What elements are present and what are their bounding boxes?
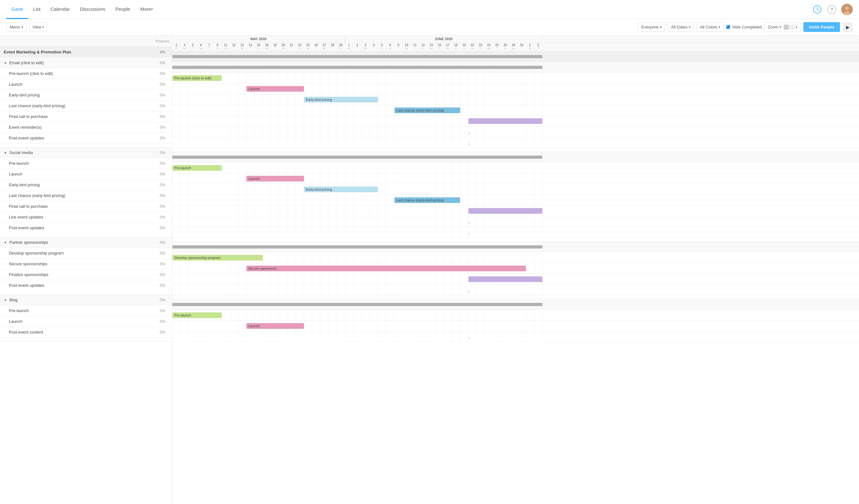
- task-row[interactable]: Final call to purchase 0%: [0, 111, 172, 122]
- gantt-cell: [468, 94, 477, 105]
- task-row[interactable]: Last chance (early-bird pricing) 0%: [0, 101, 172, 111]
- gantt-bar[interactable]: Launch: [246, 323, 304, 329]
- hide-completed-checkbox[interactable]: [726, 25, 730, 29]
- task-row[interactable]: Pre-launch 0%: [0, 305, 172, 316]
- tab-more[interactable]: More ▾: [135, 0, 158, 19]
- gantt-cell: [337, 195, 345, 205]
- gantt-bar[interactable]: Pre-launch: [172, 312, 222, 318]
- avatar[interactable]: [841, 4, 853, 15]
- task-progress: 0%: [153, 251, 172, 256]
- all-colors-button[interactable]: All Colors ▾: [696, 22, 724, 32]
- gantt-bar[interactable]: [468, 118, 542, 124]
- day-letter: T: [291, 47, 292, 50]
- gantt-row: [172, 116, 859, 126]
- gantt-bar[interactable]: Develop sponsorship program: [172, 255, 263, 261]
- gantt-cell: [337, 321, 345, 331]
- view-button[interactable]: View ▾: [29, 22, 48, 32]
- gantt-day-cell: 12T: [230, 42, 238, 51]
- gantt-cell: [362, 252, 370, 263]
- gantt-panel[interactable]: MAY 2020JUNE 20201F4M5T6W7T8F11M12T13W14…: [172, 35, 859, 504]
- gantt-cell: [172, 216, 181, 227]
- gantt-cell: [263, 310, 271, 321]
- menu-button[interactable]: Menu ▾: [6, 22, 27, 32]
- all-dates-button[interactable]: All Dates ▾: [668, 22, 694, 32]
- gantt-cell: [279, 105, 287, 116]
- clock-icon[interactable]: [812, 4, 822, 15]
- zoom-button[interactable]: Zoom ▾ ▾: [765, 22, 801, 32]
- tab-discussions[interactable]: Discussions: [75, 0, 110, 19]
- invite-people-button[interactable]: Invite People: [803, 22, 840, 32]
- gantt-cell: [353, 126, 362, 137]
- task-row[interactable]: Post-event updates 0%: [0, 133, 172, 143]
- tab-people[interactable]: People: [110, 0, 135, 19]
- hide-completed-label[interactable]: Hide Completed: [726, 25, 762, 29]
- gantt-bar[interactable]: Secure sponsorsh...: [246, 265, 526, 271]
- gantt-bar[interactable]: Launch: [246, 86, 304, 92]
- section-header[interactable]: ▼ Partner sponsorships 0%: [0, 237, 172, 248]
- gantt-cell: [230, 126, 238, 137]
- task-row[interactable]: Develop sponsorship program 0%: [0, 248, 172, 259]
- help-icon[interactable]: ?: [827, 5, 836, 14]
- gantt-cell: [534, 173, 542, 184]
- everyone-button[interactable]: Everyone ▾: [638, 22, 665, 32]
- section-header[interactable]: ▼ Blog 0%: [0, 295, 172, 305]
- task-row[interactable]: Live event updates 0%: [0, 212, 172, 223]
- gantt-cell: [197, 116, 205, 126]
- gantt-cell: [394, 94, 403, 105]
- gantt-cell: [477, 137, 485, 148]
- gantt-cell: [287, 216, 296, 227]
- gantt-cell: [329, 126, 337, 137]
- gantt-cell: [452, 205, 460, 216]
- gantt-cell: [320, 216, 329, 227]
- gantt-cell: [468, 83, 477, 94]
- gantt-cell: [181, 126, 189, 137]
- gantt-cell: [378, 126, 386, 137]
- task-name: Last chance (early-bird pricing): [0, 103, 153, 108]
- tab-gantt[interactable]: Gantt: [6, 0, 28, 19]
- task-row[interactable]: Final call to purchase 0%: [0, 201, 172, 212]
- task-progress: 0%: [153, 136, 172, 140]
- task-row[interactable]: Launch 0%: [0, 79, 172, 90]
- gantt-cell: [378, 116, 386, 126]
- tab-list[interactable]: List: [28, 0, 46, 19]
- task-row[interactable]: Secure sponsorships 0%: [0, 259, 172, 270]
- task-name: Pre-launch (click to edit): [0, 71, 153, 76]
- task-row[interactable]: Pre-launch (click to edit) 0%: [0, 68, 172, 79]
- gantt-cell: [287, 184, 296, 195]
- task-row[interactable]: Pre-launch 0%: [0, 158, 172, 169]
- task-row[interactable]: Event reminder(s) 0%: [0, 122, 172, 133]
- task-row[interactable]: Launch 0%: [0, 169, 172, 180]
- task-name: Post-event content: [0, 330, 153, 335]
- gantt-row: ›: [172, 126, 859, 137]
- gantt-bar[interactable]: Launch: [246, 176, 304, 182]
- task-name: Final call to purchase: [0, 114, 153, 119]
- gantt-bar[interactable]: [468, 208, 542, 214]
- section-header[interactable]: ▼ Social media 0%: [0, 147, 172, 158]
- gantt-bar[interactable]: Pre-launch (click to edit): [172, 75, 222, 81]
- task-row[interactable]: Post-event updates 0%: [0, 280, 172, 291]
- project-row[interactable]: Event Marketing & Promotion Plan 0%: [0, 47, 172, 58]
- gantt-cell: [189, 274, 197, 285]
- day-number: 5: [192, 43, 194, 47]
- export-icon[interactable]: ▶: [843, 22, 853, 32]
- gantt-cell: [370, 227, 378, 238]
- gantt-bar[interactable]: Last chance (early-bird pricing): [394, 107, 460, 113]
- gantt-cell: [230, 205, 238, 216]
- gantt-bar[interactable]: [468, 276, 542, 282]
- gantt-bar[interactable]: Early-bird pricing: [304, 186, 378, 192]
- task-row[interactable]: Early-bird pricing 0%: [0, 180, 172, 190]
- section-progress: 0%: [153, 61, 172, 65]
- task-row[interactable]: Post-event updates 0%: [0, 223, 172, 233]
- gantt-bar[interactable]: Last chance (early-bird pricing): [394, 197, 460, 203]
- gantt-bar[interactable]: Pre-launch: [172, 165, 222, 171]
- task-row[interactable]: Launch 0%: [0, 316, 172, 327]
- gantt-cell: [477, 310, 485, 321]
- gantt-rows: Pre-launch (click to edit)LaunchEarly-bi…: [172, 51, 859, 342]
- task-row[interactable]: Last chance (early-bird pricing) 0%: [0, 190, 172, 201]
- tab-calendar[interactable]: Calendar: [46, 0, 75, 19]
- section-header[interactable]: ▼ Email (click to edit) 0%: [0, 58, 172, 68]
- gantt-bar[interactable]: Early-bird pricing: [304, 97, 378, 103]
- task-row[interactable]: Early-bird pricing 0%: [0, 90, 172, 101]
- task-row[interactable]: Post-event content 0%: [0, 327, 172, 338]
- task-row[interactable]: Finalize sponsorships 0%: [0, 270, 172, 280]
